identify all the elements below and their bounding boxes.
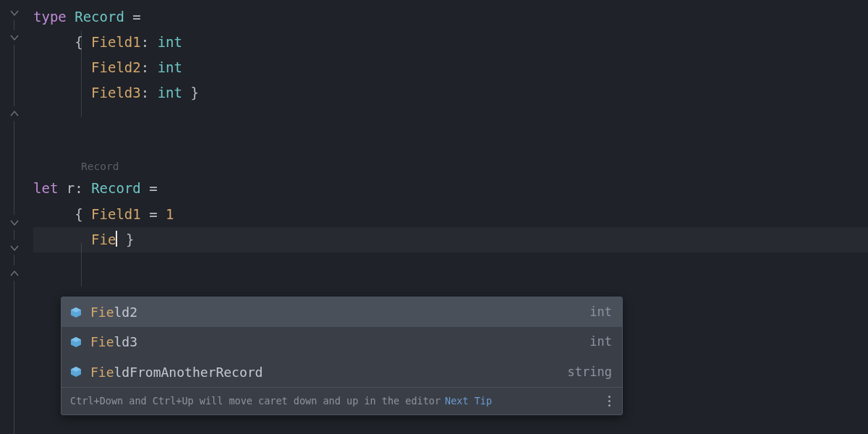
identifier: r — [67, 176, 75, 201]
code-line-current[interactable]: Fie } — [33, 227, 868, 252]
field-name: Field2 — [91, 55, 141, 80]
completion-label: Field2 — [90, 300, 590, 324]
code-line[interactable]: Field2: int — [33, 55, 868, 80]
code-area[interactable]: type Record = { Field1: int Field2: int … — [29, 4, 868, 252]
completion-popup[interactable]: Field2intField3intFieldFromAnotherRecord… — [61, 297, 623, 415]
field-icon — [69, 305, 83, 320]
completion-label: FieldFromAnotherRecord — [90, 360, 568, 384]
type-name: Record — [91, 176, 141, 201]
type-int: int — [158, 30, 182, 55]
footer-text: Ctrl+Down and Ctrl+Up will move caret do… — [70, 392, 441, 410]
type-name: Record — [75, 4, 124, 30]
gutter — [0, 0, 29, 252]
inlay-hint: Record — [33, 157, 868, 176]
completion-item[interactable]: FieldFromAnotherRecordstring — [61, 357, 622, 387]
completion-label: Field3 — [90, 330, 590, 354]
code-line-blank[interactable] — [33, 132, 868, 157]
completion-item[interactable]: Field2int — [61, 297, 622, 327]
completion-type: string — [568, 361, 612, 383]
close-brace: } — [126, 227, 134, 252]
code-line[interactable]: Field3: int } — [33, 80, 868, 106]
code-line[interactable]: type Record = — [33, 4, 868, 30]
open-brace: { — [75, 202, 82, 227]
field-name: Field3 — [91, 80, 141, 106]
code-editor[interactable]: type Record = { Field1: int Field2: int … — [0, 0, 868, 252]
type-int: int — [158, 55, 182, 80]
more-options-icon[interactable] — [605, 394, 613, 408]
code-line-blank[interactable] — [33, 106, 868, 132]
fold-open-icon[interactable] — [9, 8, 20, 18]
completion-type: int — [590, 301, 612, 323]
fold-close-icon[interactable] — [9, 109, 20, 119]
type-int: int — [158, 80, 182, 106]
field-icon — [69, 335, 83, 349]
completion-item[interactable]: Field3int — [61, 327, 622, 357]
keyword-type: type — [33, 4, 67, 30]
partial-identifier: Fie — [91, 227, 116, 252]
field-icon — [69, 365, 83, 379]
fold-open-icon[interactable] — [9, 33, 20, 43]
fold-open-icon[interactable] — [9, 243, 20, 253]
fold-open-icon[interactable] — [9, 218, 20, 228]
code-line[interactable]: let r: Record = — [33, 176, 868, 201]
keyword-let: let — [33, 176, 58, 201]
close-brace: } — [190, 80, 198, 106]
completion-footer: Ctrl+Down and Ctrl+Up will move caret do… — [61, 387, 622, 414]
equals-sign: = — [124, 4, 141, 30]
code-line[interactable]: { Field1 = 1 — [33, 202, 868, 227]
open-brace: { — [75, 30, 82, 55]
field-name: Field1 — [91, 202, 141, 227]
field-name: Field1 — [91, 30, 141, 55]
completion-type: int — [590, 331, 612, 353]
number-literal: 1 — [166, 202, 174, 227]
next-tip-link[interactable]: Next Tip — [445, 392, 492, 410]
fold-close-icon[interactable] — [9, 268, 20, 278]
code-line[interactable]: { Field1: int — [33, 30, 868, 55]
